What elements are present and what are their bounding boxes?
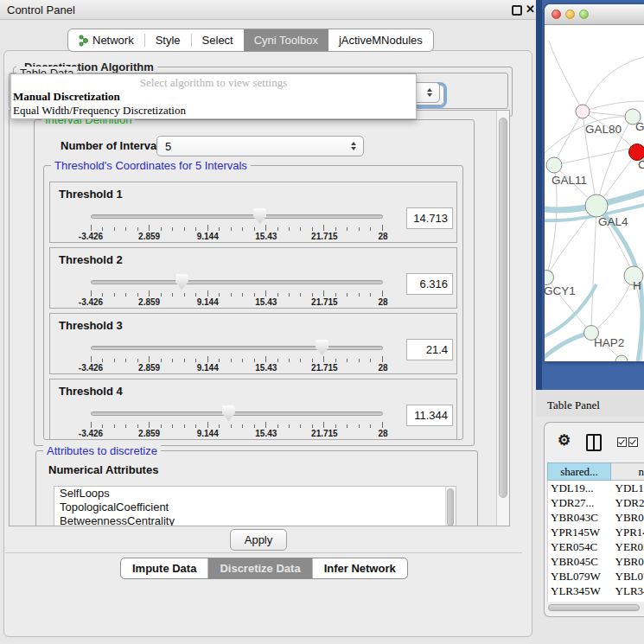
thresholds-group: Threshold's Coordinates for 5 Intervals …	[43, 165, 463, 440]
table-panel: ⚙ shared... name YDL19...YDL19... YDR27.…	[544, 422, 644, 617]
control-panel-tabbar: Network Style Select Cyni Toolbox jActiv…	[67, 29, 434, 52]
number-of-intervals-label: Number of Intervals	[61, 139, 166, 152]
scrollbar-thumb[interactable]	[447, 488, 454, 526]
number-of-intervals-value: 5	[165, 140, 171, 153]
settings-scrollbar	[496, 111, 509, 526]
network-window-titlebar	[545, 4, 644, 25]
slider-track[interactable]	[91, 214, 383, 219]
tab-cyni-toolbox[interactable]: Cyni Toolbox	[244, 29, 328, 51]
network-window: GAL80 GA C GAL11 GAL4 GCY1 H HAP2	[545, 4, 644, 361]
checkbox-icon[interactable]	[617, 437, 627, 447]
slider-thumb[interactable]	[175, 274, 188, 290]
zoom-traffic-light-icon[interactable]	[579, 10, 589, 19]
node-gal11[interactable]	[546, 157, 562, 173]
attributes-group-title: Attributes to discretize	[43, 444, 161, 457]
slider-thumb[interactable]	[253, 208, 266, 224]
numerical-attributes-label: Numerical Attributes	[48, 463, 158, 476]
list-item[interactable]: SelfLoops	[54, 487, 456, 501]
tab-discretize-data[interactable]: Discretize Data	[208, 558, 311, 578]
threshold-4-panel: Threshold 4 -3.426 2.859 9.144 15.43	[49, 379, 457, 440]
float-window-icon[interactable]	[512, 5, 522, 16]
menu-item-equal-width-frequency[interactable]: Equal Width/Frequency Discretization	[11, 104, 416, 118]
slider-ticks	[91, 356, 383, 363]
columns-icon[interactable]	[586, 434, 602, 451]
table-row[interactable]: YIL052CYIL052C	[548, 598, 644, 602]
scrollbar-thumb[interactable]	[548, 604, 640, 611]
node-gal4[interactable]	[585, 194, 608, 217]
gear-icon[interactable]: ⚙	[558, 431, 571, 450]
tab-impute-data[interactable]: Impute Data	[121, 558, 207, 578]
network-canvas[interactable]: GAL80 GA C GAL11 GAL4 GCY1 H HAP2	[545, 25, 644, 361]
list-scrollbar	[445, 487, 456, 526]
control-panel-title: Control Panel	[7, 3, 75, 16]
table-row[interactable]: YBR045CYBR045C	[548, 554, 644, 569]
tab-infer-network[interactable]: Infer Network	[313, 558, 407, 578]
menu-item-manual-discretization[interactable]: Manual Discretization	[11, 90, 416, 104]
threshold-3-value-field[interactable]: 21.4	[406, 339, 453, 360]
apply-button[interactable]: Apply	[230, 529, 287, 551]
column-header-shared-name[interactable]: shared...	[547, 462, 611, 481]
node-label: GCY1	[545, 284, 576, 297]
tab-jactivemnodules[interactable]: jActiveMNodules	[328, 29, 433, 51]
table-row[interactable]: YLR345WYLR345W	[548, 583, 644, 598]
settings-scroll-area: Interval Definition Number of Intervals …	[9, 110, 510, 526]
list-item[interactable]: BetweennessCentrality	[54, 514, 456, 526]
table-row[interactable]: YBR043CYBR043C	[548, 510, 644, 525]
threshold-2-panel: Threshold 2 -3.426 2.859 9.144 15.43	[49, 247, 457, 309]
list-item[interactable]: TopologicalCoefficient	[54, 501, 456, 514]
slider-thumb[interactable]	[222, 405, 235, 421]
table-row[interactable]: YPR145WYPR145W	[548, 525, 644, 539]
threshold-3-panel: Threshold 3 -3.426 2.859 9.144 15.43	[49, 313, 457, 374]
tab-style[interactable]: Style	[145, 29, 191, 51]
algorithm-dropdown-popup: Select algorithm to view settings Manual…	[10, 73, 417, 119]
threshold-1-slider: -3.426 2.859 9.144 15.43 21.715 28	[91, 182, 383, 244]
node-gcy1[interactable]	[545, 271, 554, 285]
minimize-traffic-light-icon[interactable]	[565, 10, 575, 19]
close-icon[interactable]: ✕	[526, 3, 535, 16]
tab-network[interactable]: Network	[68, 29, 144, 51]
slider-tick-labels: -3.426 2.859 9.144 15.43 21.715 28	[91, 363, 383, 373]
scrollbar-thumb[interactable]	[499, 118, 507, 498]
threshold-4-value-field[interactable]: 11.344	[406, 405, 453, 426]
tab-network-label: Network	[92, 34, 134, 47]
column-header-name[interactable]: name	[611, 462, 644, 481]
close-traffic-light-icon[interactable]	[552, 10, 561, 19]
node-table: shared... name YDL19...YDL19... YDR27...…	[547, 462, 644, 602]
node-label: GAL4	[598, 215, 628, 228]
node-label: HAP2	[594, 336, 624, 349]
threshold-4-slider: -3.426 2.859 9.144 15.43 21.715 28	[91, 379, 383, 441]
tab-select[interactable]: Select	[192, 29, 244, 51]
table-row[interactable]: YDR27...YDR27...	[548, 495, 644, 510]
combo-arrows-icon	[427, 88, 432, 97]
table-row[interactable]: YER054CYER054C	[548, 539, 644, 554]
slider-ticks	[91, 225, 383, 232]
slider-tick-labels: -3.426 2.859 9.144 15.43 21.715 28	[91, 232, 383, 242]
table-horizontal-scrollbar	[547, 603, 644, 612]
node-label: GA	[635, 120, 644, 133]
slider-ticks	[91, 290, 383, 297]
number-of-intervals-spinner[interactable]: 5	[156, 136, 364, 156]
table-body: YDL19...YDL19... YDR27...YDR27... YBR043…	[547, 481, 644, 602]
threshold-3-slider: -3.426 2.859 9.144 15.43 21.715 28	[91, 314, 383, 375]
threshold-2-value-field[interactable]: 6.316	[406, 273, 453, 295]
checkbox-icon[interactable]	[628, 437, 638, 447]
attributes-group: Attributes to discretize Numerical Attri…	[35, 450, 478, 526]
slider-track[interactable]	[91, 346, 383, 350]
slider-thumb[interactable]	[316, 340, 328, 355]
interval-definition-group: Interval Definition Number of Intervals …	[34, 119, 475, 446]
slider-track[interactable]	[91, 280, 383, 284]
table-panel-title: Table Panel	[536, 390, 644, 417]
node-gal80[interactable]	[576, 105, 590, 118]
table-row[interactable]: YBL079WYBL079W	[548, 569, 644, 583]
cyni-bottom-tabbar: Impute Data Discretize Data Infer Networ…	[120, 558, 408, 579]
threshold-2-slider: -3.426 2.859 9.144 15.43 21.715 28	[91, 248, 383, 309]
control-panel-titlebar: Control Panel ✕	[0, 0, 536, 20]
slider-track[interactable]	[91, 411, 383, 416]
threshold-panels: Threshold 1 -3.426 2.859 9.144 15.43	[49, 182, 457, 440]
threshold-1-value-field[interactable]: 14.713	[406, 207, 453, 229]
network-nodes	[545, 105, 644, 361]
node-label: GAL11	[552, 174, 587, 187]
node-label: GAL80	[585, 123, 622, 136]
table-row[interactable]: YDL19...YDL19...	[548, 481, 644, 495]
table-header: shared... name	[547, 462, 644, 481]
